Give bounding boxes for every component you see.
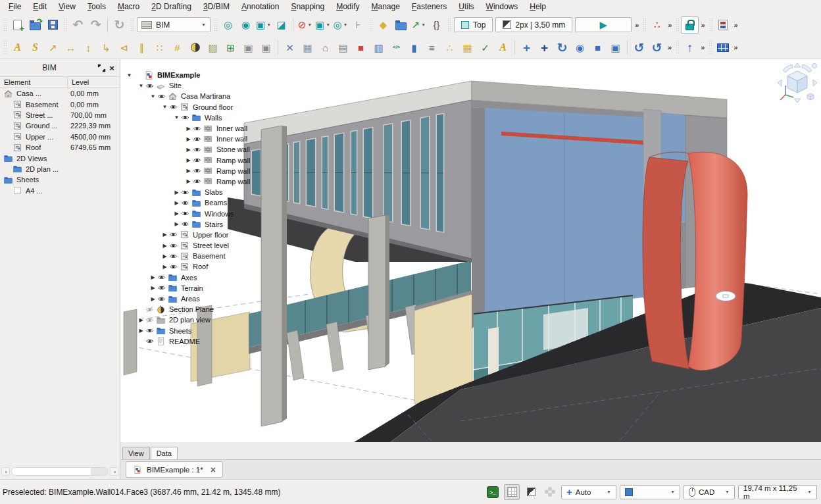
table-row[interactable]: Sheets — [0, 174, 120, 185]
measure-icon[interactable]: ⊦ — [349, 16, 367, 34]
grid-snap-button[interactable] — [504, 484, 520, 500]
working-plane-dropdown[interactable]: + Auto ▼ — [561, 485, 616, 499]
building-icon[interactable]: ▤ — [334, 39, 352, 56]
select-box-icon[interactable]: ▣▼ — [314, 16, 332, 34]
menu-manage[interactable]: Manage — [365, 0, 405, 13]
tree-item-stone-wall[interactable]: ▶Stone wall — [125, 144, 250, 155]
tree-item-readme[interactable]: README — [125, 336, 250, 347]
eye-on-icon[interactable] — [145, 82, 156, 90]
axis-system-icon[interactable]: ∷ — [151, 39, 168, 56]
table-row[interactable]: Basement0,00 mm — [0, 99, 120, 109]
orbit-icon[interactable]: ◉ — [571, 39, 589, 56]
table-row[interactable]: Upper ...4500,00 mm — [0, 132, 120, 142]
material-balls-icon[interactable]: ∴ — [441, 39, 459, 56]
toolbar-overflow-icon[interactable]: » — [734, 43, 737, 51]
group-folder-icon[interactable] — [392, 16, 410, 34]
tab-close-icon[interactable]: × — [211, 465, 216, 474]
tree-item-roof[interactable]: ▶Roof — [125, 261, 250, 272]
menu-annotation[interactable]: Annotation — [236, 0, 285, 13]
check-document-icon[interactable]: ✓ — [476, 39, 494, 56]
menu-file[interactable]: File — [3, 0, 27, 13]
eye-on-icon[interactable] — [181, 188, 191, 197]
menu-fasteners[interactable]: Fasteners — [406, 0, 453, 13]
column-header-level[interactable]: Level — [68, 77, 120, 88]
eye-on-icon[interactable] — [145, 326, 156, 335]
document-tab[interactable]: BIMExample : 1* × — [126, 461, 223, 478]
line-weight-button[interactable]: 2px | 3,50 mm — [495, 17, 572, 32]
section-plane-icon[interactable] — [186, 39, 204, 56]
tree-item-upper-floor[interactable]: ▶Upper floor — [125, 230, 250, 240]
constraint-nodes-icon[interactable]: ∴ — [648, 16, 666, 34]
select-mode-icon[interactable]: ◪ — [272, 16, 290, 34]
zoom-selection-icon[interactable]: ◉ — [237, 16, 255, 34]
tree-expand-icon[interactable]: ▶ — [184, 136, 193, 142]
tree-expand-icon[interactable]: ▼ — [172, 114, 181, 120]
view-section-icon[interactable]: ▣ — [257, 39, 275, 56]
eye-on-icon[interactable] — [181, 220, 191, 228]
save-icon[interactable] — [44, 16, 62, 34]
eye-off-icon[interactable] — [145, 305, 156, 314]
toolbar-overflow-icon[interactable]: » — [668, 21, 672, 29]
upgrade-icon[interactable]: ↑ — [681, 39, 699, 56]
eye-on-icon[interactable] — [145, 337, 156, 345]
render-doc-icon[interactable] — [714, 16, 732, 34]
tree-item-stairs[interactable]: ▶Stairs — [125, 219, 250, 230]
tree-item-inner-wall[interactable]: ▶Inner wall — [125, 123, 250, 134]
navigation-style-dropdown[interactable]: CAD ▼ — [684, 485, 735, 499]
tree-item-terrain[interactable]: ▶Terrain — [125, 283, 250, 293]
bounding-box-icon[interactable]: ▣ — [607, 39, 624, 56]
menu-snapping[interactable]: Snapping — [285, 0, 330, 13]
tree-expand-icon[interactable]: ▶ — [137, 328, 145, 334]
tree-item-ramp-wall[interactable]: ▶Ramp wall — [125, 176, 250, 187]
tree-item-inner-wall[interactable]: ▶Inner wall — [125, 134, 250, 144]
leader-icon[interactable]: ↳ — [97, 39, 115, 56]
tree-item-areas[interactable]: ▶Areas — [125, 293, 250, 304]
eye-on-icon[interactable] — [157, 295, 168, 303]
tree-expand-icon[interactable]: ▼ — [125, 72, 134, 78]
menu-edit[interactable]: Edit — [27, 0, 53, 13]
tree-expand-icon[interactable]: ▼ — [149, 93, 157, 99]
tree-expand-icon[interactable]: ▶ — [172, 189, 181, 195]
tree-item-windows[interactable]: ▶Windows — [125, 208, 250, 218]
menu-view[interactable]: View — [53, 0, 82, 13]
table-row[interactable]: Street ...700,00 mm — [0, 110, 120, 120]
table-row[interactable]: Casa ...0,00 mm — [0, 88, 120, 99]
layers-icon[interactable]: ≡ — [423, 39, 441, 56]
tree-expand-icon[interactable]: ▶ — [149, 285, 157, 291]
panel-close-icon[interactable]: × — [107, 63, 117, 73]
eye-on-icon[interactable] — [181, 199, 191, 207]
tree-item-casa-martirana[interactable]: ▼Casa Martirana — [125, 91, 250, 101]
tree-expand-icon[interactable]: ▶ — [172, 200, 181, 206]
tree-expand-icon[interactable]: ▶ — [161, 264, 169, 270]
draw-style-button[interactable] — [523, 484, 539, 500]
undo-icon[interactable]: ↶ — [69, 16, 87, 34]
tree-expand-icon[interactable]: ▼ — [161, 104, 169, 110]
tab-view[interactable]: View — [122, 447, 150, 459]
toolbar-overflow-icon[interactable]: » — [701, 43, 705, 51]
dimension-vertical-icon[interactable]: ↕ — [80, 39, 97, 56]
redo-icon[interactable]: ↷ — [87, 16, 105, 34]
tree-item-2d-plan-view[interactable]: ▶2D plan view — [125, 315, 250, 325]
color-dropdown[interactable]: ▼ — [620, 485, 680, 499]
tree-expand-icon[interactable]: ▶ — [184, 168, 193, 174]
tree-item-slabs[interactable]: ▶Slabs — [125, 187, 250, 197]
eye-on-icon[interactable] — [157, 92, 168, 101]
tab-data[interactable]: Data — [151, 447, 178, 459]
tree-item-basement[interactable]: ▶Basement — [125, 251, 250, 261]
tree-expand-icon[interactable]: ▼ — [137, 83, 145, 89]
panel-float-icon[interactable] — [96, 63, 107, 73]
menu-windows[interactable]: Windows — [480, 0, 524, 13]
view-top-button[interactable]: Top — [454, 17, 493, 32]
viewport-3d[interactable]: ▼BIMExample▼Site▼Casa Martirana▼Ground f… — [120, 59, 821, 442]
tree-item-sheets[interactable]: ▶Sheets — [125, 326, 250, 336]
menu-macro[interactable]: Macro — [112, 0, 145, 13]
refresh-icon[interactable]: ↻ — [111, 16, 128, 34]
eye-on-icon[interactable] — [169, 241, 180, 250]
console-button[interactable] — [485, 484, 501, 500]
document-blue-icon[interactable]: ▮ — [405, 39, 423, 56]
eye-off-icon[interactable] — [145, 316, 156, 324]
menu-tools[interactable]: Tools — [82, 0, 112, 13]
cube-icon[interactable]: ■ — [589, 39, 607, 56]
eye-on-icon[interactable] — [169, 103, 180, 111]
tree-expand-icon[interactable]: ▶ — [172, 211, 181, 216]
